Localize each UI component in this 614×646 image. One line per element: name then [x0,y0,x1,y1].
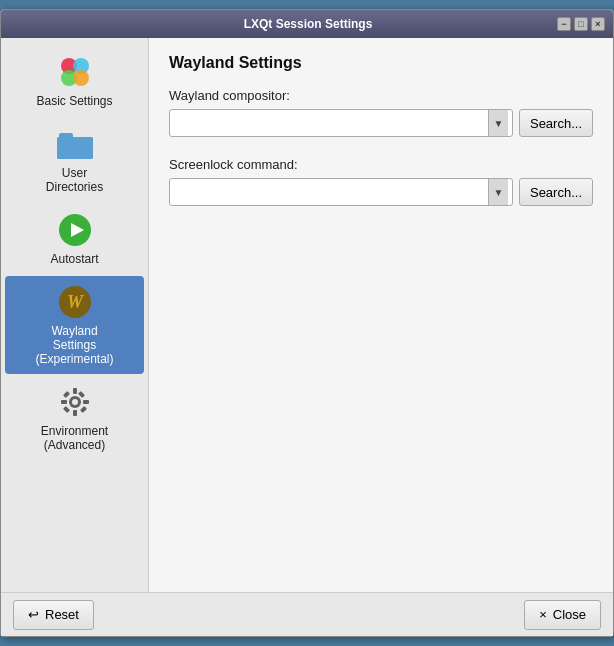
sidebar-item-label-environment-advanced: Environment(Advanced) [41,424,108,452]
compositor-label: Wayland compositor: [169,88,593,103]
svg-rect-14 [73,410,77,416]
sidebar-item-label-autostart: Autostart [50,252,98,266]
compositor-input[interactable] [174,116,488,131]
screenlock-search-button[interactable]: Search... [519,178,593,206]
reset-label: Reset [45,607,79,622]
svg-rect-6 [59,133,73,141]
compositor-dropdown-arrow[interactable]: ▼ [488,110,508,136]
sidebar-item-label-basic-settings: Basic Settings [36,94,112,108]
svg-rect-17 [62,391,69,398]
wayland-settings-icon-container: W [57,284,93,320]
svg-rect-18 [79,406,86,413]
sidebar-item-user-directories[interactable]: UserDirectories [5,118,144,202]
window-body: Basic Settings UserDirectories [1,38,613,592]
svg-text:W: W [66,292,84,312]
window-title: LXQt Session Settings [59,17,557,31]
screenlock-field-row: ▼ Search... [169,178,593,206]
close-button[interactable]: × Close [524,600,601,630]
reset-button[interactable]: ↩ Reset [13,600,94,630]
svg-rect-20 [62,406,69,413]
sidebar: Basic Settings UserDirectories [1,38,149,592]
reset-icon: ↩ [28,607,39,622]
basic-settings-icon-container [57,54,93,90]
svg-point-12 [72,399,78,405]
close-icon: × [539,607,547,622]
bottom-bar: ↩ Reset × Close [1,592,613,636]
screenlock-field-group: Screenlock command: ▼ Search... [169,157,593,206]
main-window: LXQt Session Settings − □ × Basic Setti [0,9,614,637]
sidebar-item-label-wayland-settings: WaylandSettings(Experimental) [35,324,113,366]
autostart-icon-container [57,212,93,248]
svg-rect-19 [77,391,84,398]
autostart-icon [58,213,92,247]
compositor-combo[interactable]: ▼ [169,109,513,137]
sidebar-item-basic-settings[interactable]: Basic Settings [5,46,144,116]
section-title: Wayland Settings [169,54,593,72]
sidebar-item-wayland-settings[interactable]: W WaylandSettings(Experimental) [5,276,144,374]
screenlock-combo[interactable]: ▼ [169,178,513,206]
compositor-field-group: Wayland compositor: ▼ Search... [169,88,593,137]
folder-icon [57,129,93,159]
titlebar: LXQt Session Settings − □ × [1,10,613,38]
screenlock-label: Screenlock command: [169,157,593,172]
svg-rect-13 [73,388,77,394]
gear-icon [58,385,92,419]
close-label: Close [553,607,586,622]
svg-rect-15 [61,400,67,404]
sidebar-item-autostart[interactable]: Autostart [5,204,144,274]
minimize-button[interactable]: − [557,17,571,31]
environment-advanced-icon-container [57,384,93,420]
wayland-icon: W [58,285,92,319]
colorful-dots-icon [58,55,92,89]
compositor-field-row: ▼ Search... [169,109,593,137]
user-directories-icon-container [57,126,93,162]
titlebar-buttons: − □ × [557,17,605,31]
main-content: Wayland Settings Wayland compositor: ▼ S… [149,38,613,592]
svg-rect-16 [83,400,89,404]
screenlock-input[interactable] [174,185,488,200]
svg-point-3 [73,70,89,86]
compositor-search-button[interactable]: Search... [519,109,593,137]
close-window-button[interactable]: × [591,17,605,31]
screenlock-dropdown-arrow[interactable]: ▼ [488,179,508,205]
sidebar-item-label-user-directories: UserDirectories [46,166,103,194]
maximize-button[interactable]: □ [574,17,588,31]
sidebar-item-environment-advanced[interactable]: Environment(Advanced) [5,376,144,460]
